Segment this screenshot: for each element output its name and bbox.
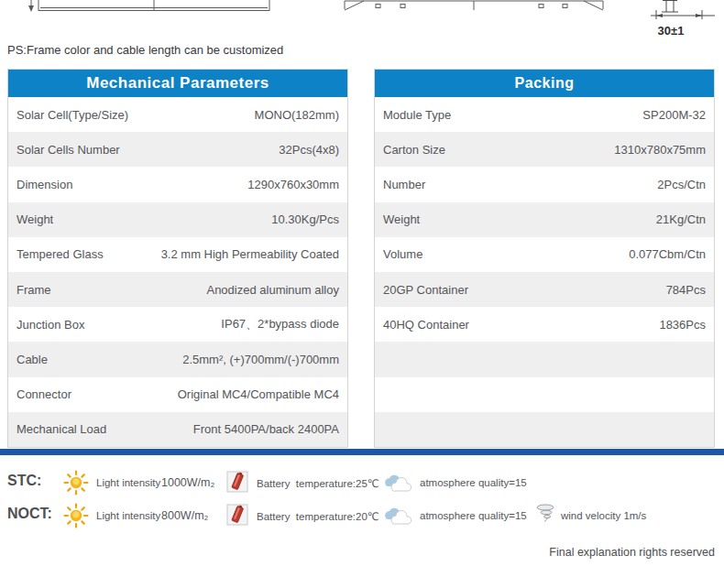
stc-light-intensity-label: Light intensity [96,477,160,488]
row-label: Carton Size [383,143,445,157]
noct-wind-velocity: wind velocity 1m/s [561,510,646,521]
frame-dimension-label: 30±1 [647,24,695,38]
row-value: 3.2 mm High Permeability Coated [161,247,339,261]
row-value: 1310x780x75mm [614,143,706,157]
packing-title: Packing [375,70,714,97]
row-label: 40HQ Container [383,318,469,332]
clouds-icon [380,474,415,493]
packing-table: Packing Module TypeSP200M-32 Carton Size… [374,69,715,448]
row-label: Mechanical Load [16,422,106,436]
row-value: 1836Pcs [659,318,706,332]
row-label: Connector [16,387,71,401]
noct-conditions-row: NOCT: Light intensity 800W/m₂ Battery te… [0,501,724,532]
battery-icon [226,471,248,493]
mechanical-parameters-table: Mechanical Parameters Solar Cell(Type/Si… [7,69,348,448]
row-label: Tempered Glass [16,247,104,261]
row-label: Number [383,178,425,191]
table-row: Dimension1290x760x30mm [8,167,347,201]
table-row: Number2Pcs/Ctn [375,167,714,201]
customization-note: PS:Frame color and cable length can be c… [7,43,283,57]
table-row: Volume0.077Cbm/Ctn [375,237,714,272]
row-value: 21Kg/Ctn [656,212,706,226]
noct-battery-temperature: Battery temperature:20℃ [257,510,379,523]
noct-light-intensity-label: Light intensity [96,510,160,521]
stc-battery-temperature: Battery temperature:25℃ [257,477,379,490]
rights-reserved-note: Final explanation rights reserved [549,546,715,559]
clouds-icon [380,507,415,526]
mechanical-parameters-body: Solar Cell(Type/Size)MONO(182mm) Solar C… [8,97,347,447]
packing-body: Module TypeSP200M-32 Carton Size1310x780… [375,97,714,447]
table-row: 40HQ Container1836Pcs [375,307,714,342]
row-value: Front 5400PA/back 2400PA [193,422,339,436]
noct-atmosphere-quality: atmosphere quality=15 [420,510,527,521]
row-value: 32Pcs(4x8) [279,143,339,157]
row-value: SP200M-32 [642,108,706,122]
table-row: Cable2.5mm², (+)700mm/(-)700mm [8,342,347,376]
table-row: 20GP Container784Pcs [375,272,714,307]
row-value: 2.5mm², (+)700mm/(-)700mm [182,353,339,366]
table-row: Module TypeSP200M-32 [375,97,714,132]
row-label: Cable [16,353,48,366]
frame-cross-section-drawing [643,0,722,22]
panel-side-profile-drawing [20,0,277,14]
stc-conditions-row: STC: Light intensity 1000W/m₂ Battery te… [0,468,724,499]
row-label: Weight [16,212,53,226]
battery-icon [226,504,248,526]
table-row: Solar Cells Number32Pcs(4x8) [8,132,347,167]
row-value: Original MC4/Compatible MC4 [178,387,339,401]
mechanical-parameters-title: Mechanical Parameters [8,70,347,97]
table-row: Tempered Glass3.2 mm High Permeability C… [8,237,347,272]
row-label: Junction Box [16,318,84,332]
table-row: Mechanical LoadFront 5400PA/back 2400PA [8,412,347,447]
row-value: MONO(182mm) [255,108,339,122]
table-row: FrameAnodized aluminum alloy [8,272,347,307]
row-value: 784Pcs [666,283,706,297]
table-row-empty [375,342,714,376]
separator-bar [0,449,724,455]
stc-label: STC: [7,473,41,489]
spec-sheet-page: 30±1 PS:Frame color and cable length can… [0,0,724,588]
row-label: Solar Cells Number [16,143,120,157]
stc-atmosphere-quality: atmosphere quality=15 [420,477,527,488]
row-value: 1290x760x30mm [247,178,339,191]
row-label: Weight [383,212,420,226]
stc-light-intensity-value: 1000W/m₂ [161,476,214,489]
table-row-empty [375,377,714,412]
panel-back-view-drawing [341,0,607,12]
row-value: Anodized aluminum alloy [206,283,339,297]
table-row-empty [375,412,714,447]
row-label: 20GP Container [383,283,468,297]
row-label: Frame [16,283,51,297]
row-label: Solar Cell(Type/Size) [16,108,128,122]
sun-icon [63,503,89,528]
tornado-icon [535,504,555,524]
row-label: Volume [383,247,422,261]
noct-light-intensity-value: 800W/m₂ [161,509,208,522]
row-value: 2Pcs/Ctn [657,178,706,191]
row-value: 10.30Kg/Pcs [271,212,339,226]
table-row: ConnectorOriginal MC4/Compatible MC4 [8,377,347,412]
table-row: Junction BoxIP67、2*bypass diode [8,307,347,342]
row-value: IP67、2*bypass diode [221,316,339,332]
table-row: Carton Size1310x780x75mm [375,132,714,167]
row-value: 0.077Cbm/Ctn [629,247,706,261]
row-label: Module Type [383,108,451,122]
table-row: Solar Cell(Type/Size)MONO(182mm) [8,97,347,132]
table-row: Weight21Kg/Ctn [375,202,714,237]
table-row: Weight10.30Kg/Pcs [8,202,347,237]
noct-label: NOCT: [7,506,52,522]
sun-icon [63,470,89,495]
row-label: Dimension [16,178,72,191]
